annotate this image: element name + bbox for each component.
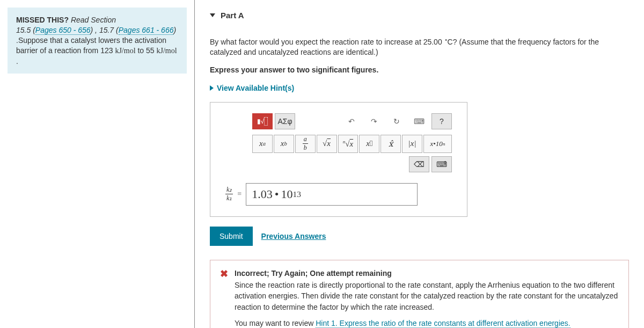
pages-link-2[interactable]: Pages 661 - 666 (119, 26, 174, 35)
keyboard-button[interactable]: ⌨ (409, 113, 429, 129)
read-section: Read Section (69, 16, 116, 24)
sec2-num: 15.7 ( (99, 26, 119, 34)
sci-notation-button[interactable]: x•10n (423, 135, 452, 153)
view-hints-toggle[interactable]: View Available Hint(s) (210, 84, 629, 92)
pages-link-1[interactable]: Pages 650 - 656 (35, 26, 91, 35)
backspace-button[interactable]: ⌫ (409, 156, 429, 172)
subscript-button[interactable]: xb (274, 135, 294, 153)
sqrt-button[interactable]: √x (317, 135, 337, 153)
sec1-num: 15.5 ( (16, 26, 35, 34)
missed-label: MISSED THIS? (16, 16, 69, 24)
part-header[interactable]: Part A (210, 11, 629, 20)
template-mode-button[interactable]: ▮√ (252, 113, 273, 129)
unit-1: kJ/mol (115, 47, 135, 55)
fraction-button[interactable]: ab (295, 135, 316, 153)
answer-panel: Part A By what factor would you expect t… (195, 0, 644, 328)
chevron-down-icon (210, 13, 215, 17)
hat-button[interactable]: x̂ (380, 135, 401, 153)
chevron-right-icon (210, 85, 214, 91)
submit-button[interactable]: Submit (210, 227, 253, 246)
nthroot-button[interactable]: n√x (338, 135, 358, 153)
review-hint-link[interactable]: Hint 1. Express the ratio of the rate co… (316, 319, 570, 328)
question-text: By what factor would you expect the reac… (210, 36, 629, 58)
feedback-body: Since the reaction rate is directly prop… (235, 280, 619, 312)
reset-button[interactable]: ↻ (386, 113, 407, 129)
ratio-label: k₂ k₁ (225, 186, 233, 202)
answer-row: k₂ k₁ = 1.03•1013 (225, 183, 452, 206)
answer-math-box: ▮√ ΑΣφ ↶ ↷ ↻ ⌨ ? xa xb ab √x n√x x⃗ x̂ |… (210, 102, 467, 217)
superscript-button[interactable]: xa (252, 135, 273, 153)
keyboard-small-button[interactable]: ⌨̂ (431, 156, 452, 172)
button-row: Submit Previous Answers (210, 227, 629, 246)
vector-button[interactable]: x⃗ (359, 135, 379, 153)
unit-2: kJ/mol (156, 47, 177, 55)
question-info-panel: MISSED THIS? Read Section 15.5 (Pages 65… (0, 0, 194, 328)
feedback-title: Incorrect; Try Again; One attempt remain… (235, 268, 619, 279)
info-box: MISSED THIS? Read Section 15.5 (Pages 65… (8, 8, 187, 74)
help-button[interactable]: ? (431, 113, 452, 129)
previous-answers-link[interactable]: Previous Answers (261, 232, 326, 240)
equals-sign: = (237, 190, 241, 199)
feedback-box: ✖ Incorrect; Try Again; One attempt rema… (210, 260, 629, 328)
toolbar-row-1: ▮√ ΑΣφ ↶ ↷ ↻ ⌨ ? (225, 113, 452, 129)
review-pre: You may want to review (235, 319, 316, 327)
incorrect-icon: ✖ (220, 268, 228, 280)
answer-input[interactable]: 1.03•1013 (246, 183, 418, 206)
redo-button[interactable]: ↷ (364, 113, 384, 129)
toolbar-row-2: xa xb ab √x n√x x⃗ x̂ |x| x•10n (225, 135, 452, 153)
instructions: Express your answer to two significant f… (210, 65, 629, 74)
part-title: Part A (221, 11, 244, 20)
toolbar-row-3: ⌫ ⌨̂ (225, 156, 452, 172)
undo-button[interactable]: ↶ (341, 113, 362, 129)
greek-mode-button[interactable]: ΑΣφ (275, 113, 295, 129)
abs-button[interactable]: |x| (402, 135, 422, 153)
